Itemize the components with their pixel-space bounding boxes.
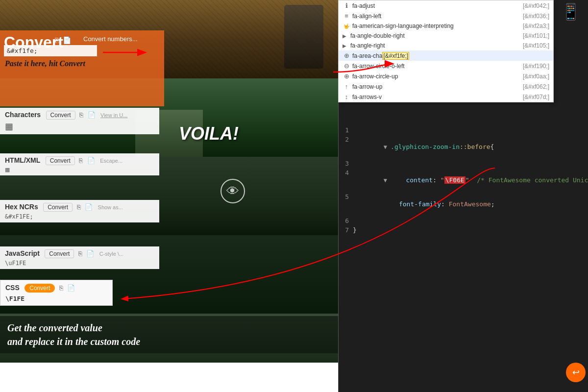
line-num-1: 1	[338, 126, 353, 134]
section-css: CSS Convert ⎘ 📄 \F1FE	[0, 280, 113, 306]
htmlxml-file-icon[interactable]: 📄	[87, 157, 95, 164]
dropdown-item-arrows-v[interactable]: ↕ fa-arrows-v [&#xf07d;]	[339, 92, 553, 102]
characters-value: ▦	[5, 121, 154, 132]
code-line-6: 6	[338, 216, 588, 225]
dropdown-item-code: [&#xf101;]	[523, 32, 549, 39]
code-line-4: 4 ▼ content: "\F06E" /* FontAwesome conv…	[338, 168, 588, 192]
dropdown-item-area-chart[interactable]: ⊕ fa-area-cha[&#xf1fe;]	[339, 50, 553, 61]
dropdown-item-code: [&#xf2a3;]	[523, 23, 549, 29]
dropdown-item-code: [&#xf105;]	[523, 42, 549, 49]
section-javascript: JavaScript Convert ⎘ 📄 C-style \... \uF1…	[0, 246, 159, 269]
dropdown-item-code: [&#xf042;]	[523, 2, 549, 9]
footer-overlay: Get the converted valueand replace it in…	[0, 316, 338, 353]
file-icon-top[interactable]: 📄	[62, 35, 72, 45]
dropdown-item-name: fa-align-left	[352, 13, 521, 20]
convert-numbers-text: Convert numbers...	[83, 35, 138, 43]
dropdown-item-arrow-circle-up[interactable]: ⊕ fa-arrow-circle-up [&#xf0aa;]	[339, 71, 553, 81]
hexncrs-value: &#xF1FE;	[5, 213, 154, 220]
css-convert-btn[interactable]: Convert	[24, 284, 55, 293]
copy-icon-top[interactable]: ⎘	[54, 35, 60, 45]
top-icons: ⎘ 📄	[54, 35, 72, 45]
dropdown-item-arrow-up[interactable]: ↑ fa-arrow-up [&#xf062;]	[339, 81, 553, 92]
code-line-3: 3	[338, 159, 588, 168]
expand-icon2: ▶	[343, 43, 346, 49]
main-input[interactable]	[4, 45, 97, 56]
line-content-7: }	[353, 226, 357, 234]
section-htmlxml: HTML/XML Convert ⎘ 📄 Escape... ▦	[0, 153, 159, 175]
javascript-cstyle: C-style \...	[99, 251, 124, 257]
voila-text: VOILA!	[179, 123, 239, 144]
arrows-v-icon: ↕	[343, 93, 350, 100]
dropdown-item-name: fa-arrow-circle-o-left	[352, 63, 521, 70]
dropdown-item-adjust[interactable]: ℹ fa-adjust [&#xf042;]	[339, 0, 553, 11]
section-characters: Characters Convert ⎘ 📄 View in U... ▦	[0, 108, 159, 134]
line-num-7: 7	[338, 226, 353, 234]
line-num-3: 3	[338, 160, 353, 167]
css-copy-icon[interactable]: ⎘	[59, 284, 63, 292]
dropdown-item-arrow-circle-left[interactable]: ⊖ fa-arrow-circle-o-left [&#xf190;]	[339, 61, 553, 71]
align-left-icon: ≡	[343, 12, 350, 20]
adjust-icon: ℹ	[343, 2, 350, 9]
javascript-value: \uF1FE	[5, 260, 154, 267]
htmlxml-value: ▦	[5, 167, 154, 173]
line-num-6: 6	[338, 217, 353, 224]
section-hexncrs: Hex NCRs Convert ⎘ 📄 Show as... &#xF1FE;	[0, 200, 159, 222]
paste-instruction: Paste it here, hit Convert	[5, 59, 85, 69]
dropdown-item-angle-double-right[interactable]: ▶ fa-angle-double-right [&#xf101;]	[339, 31, 553, 41]
line-num-4: 4	[338, 169, 353, 176]
line-num-5: 5	[338, 193, 353, 200]
hexncrs-label: Hex NCRs	[5, 203, 38, 211]
dropdown-item-code: [&#xf036;]	[523, 13, 549, 20]
area-chart-icon: ⊕	[343, 52, 350, 59]
hexncrs-copy-icon[interactable]: ⎘	[77, 203, 81, 211]
dropdown-item-code: [&#xf07d;]	[523, 94, 549, 100]
code-line-5: 5 font-family: FontAwesome;	[338, 192, 588, 216]
css-file-icon[interactable]: 📄	[67, 284, 75, 292]
asl-icon: 🤟	[343, 24, 350, 29]
javascript-copy-icon[interactable]: ⎘	[78, 250, 82, 257]
css-label: CSS	[5, 284, 20, 292]
orange-btn[interactable]: ↩	[566, 363, 586, 382]
line-num-2: 2	[338, 136, 353, 143]
hexncrs-show: Show as...	[98, 204, 123, 210]
view-in-link[interactable]: View in U...	[100, 112, 127, 118]
dropdown-item-angle-right[interactable]: ▶ fa-angle-right [&#xf105;]	[339, 41, 553, 50]
arrow-circle-up-icon: ⊕	[343, 73, 350, 80]
code-line-2: 2 ▼ .glyphicon-zoom-in::before{	[338, 135, 588, 159]
css-value: \F1FE	[5, 295, 107, 302]
arrow-circle-left-icon: ⊖	[343, 62, 350, 70]
javascript-convert-btn[interactable]: Convert	[45, 249, 74, 258]
htmlxml-copy-icon[interactable]: ⎘	[79, 157, 83, 164]
characters-convert-btn[interactable]: Convert	[46, 111, 75, 120]
left-panel: ◀ ▶ ↻ 🔒 https://rl2a.github.io/apps/conv…	[0, 0, 338, 392]
footer-text: Get the converted valueand replace it in…	[7, 321, 331, 348]
dropdown-item-name: fa-arrow-up	[352, 83, 521, 90]
dropdown-item-name: fa-angle-double-right	[350, 32, 521, 39]
line-content-4: ▼ content: "\F06E" /* FontAwesome conver…	[353, 169, 588, 191]
dropdown-item-name: fa-arrows-v	[352, 94, 521, 100]
dropdown-item-name: fa-american-sign-language-interpreting	[352, 23, 521, 29]
dropdown-item-code: [&#xf190;]	[523, 63, 549, 70]
dropdown-item-align-left[interactable]: ≡ fa-align-left [&#xf036;]	[339, 11, 553, 21]
dropdown-item-name: fa-adjust	[352, 2, 521, 9]
htmlxml-label: HTML/XML	[5, 156, 40, 164]
dropdown-item-asl[interactable]: 🤟 fa-american-sign-language-interpreting…	[339, 21, 553, 31]
hexncrs-convert-btn[interactable]: Convert	[43, 203, 73, 212]
code-editor: 1 2 ▼ .glyphicon-zoom-in::before{ 3 4 ▼ …	[338, 122, 588, 220]
characters-file-icon[interactable]: 📄	[88, 111, 96, 119]
dropdown-item-name: fa-area-cha[&#xf1fe;]	[352, 52, 549, 59]
characters-label: Characters	[5, 111, 41, 119]
line-content-2: ▼ .glyphicon-zoom-in::before{	[353, 136, 494, 158]
dropdown-item-name: fa-angle-right	[350, 42, 521, 49]
dropdown-item-code: [&#xf062;]	[523, 83, 549, 90]
autocomplete-dropdown: ℹ fa-adjust [&#xf042;] ≡ fa-align-left […	[338, 0, 554, 102]
htmlxml-convert-btn[interactable]: Convert	[46, 156, 75, 165]
expand-icon: ▶	[343, 33, 346, 39]
code-line-1: 1	[338, 125, 588, 135]
line-content-5: font-family: FontAwesome;	[353, 193, 495, 215]
mobile-icon: 📱	[561, 2, 581, 21]
right-panel: 📱 ℹ fa-adjust [&#xf042;] ≡ fa-align-left…	[338, 0, 588, 392]
characters-copy-icon[interactable]: ⎘	[79, 111, 83, 119]
javascript-file-icon[interactable]: 📄	[86, 250, 94, 257]
hexncrs-file-icon[interactable]: 📄	[85, 203, 93, 211]
